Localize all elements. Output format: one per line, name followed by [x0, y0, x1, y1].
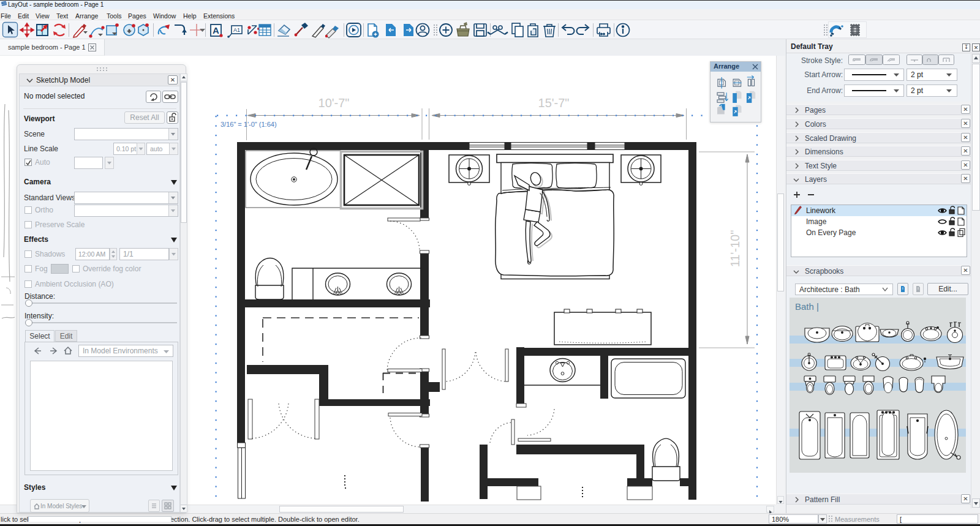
svg-text:Bath |: Bath |: [795, 301, 819, 312]
svg-text:10'-7": 10'-7": [318, 96, 350, 110]
svg-text:3/16" = 1'-0" (1:64): 3/16" = 1'-0" (1:64): [221, 121, 277, 128]
svg-text:Image: Image: [806, 217, 827, 226]
svg-text:15'-7": 15'-7": [538, 96, 570, 110]
svg-text:A: A: [213, 25, 219, 36]
svg-text:A1: A1: [233, 27, 240, 33]
svg-text:11'-10": 11'-10": [728, 230, 742, 268]
svg-text:On Every Page: On Every Page: [806, 228, 856, 237]
svg-text:Linework: Linework: [806, 206, 836, 215]
